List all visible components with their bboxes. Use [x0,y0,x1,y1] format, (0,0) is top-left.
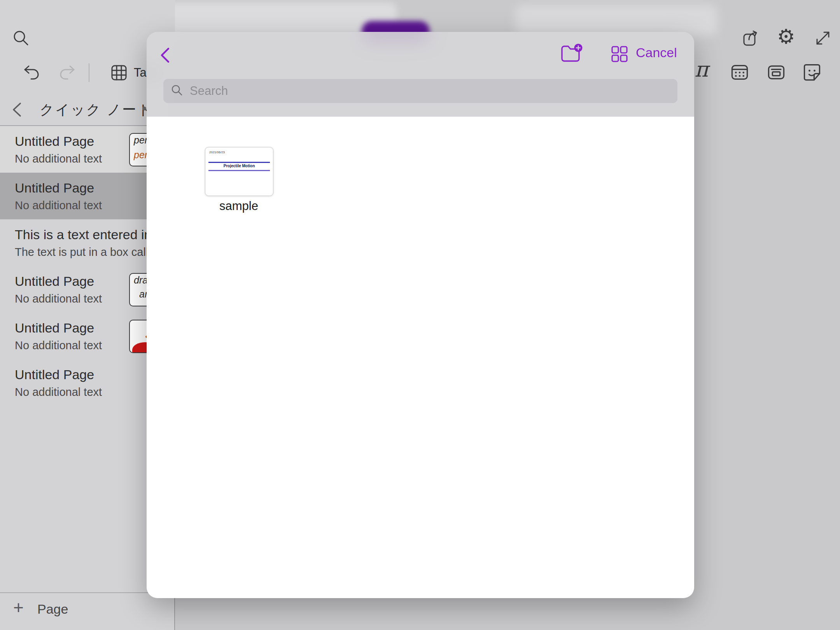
preview-rule [208,162,270,163]
page-title: This is a text entered in [15,227,152,242]
app-screen: Table ⚙ π クイック ノート [0,0,840,630]
search-button[interactable] [12,29,30,47]
page-title: Untitled Page [15,180,94,196]
expand-icon [814,29,832,47]
page-subtitle: No additional text [15,292,102,305]
redo-button[interactable] [58,63,76,82]
grid-view-button[interactable] [610,45,629,63]
undo-icon [23,63,41,82]
undo-button[interactable] [23,63,41,82]
back-chevron-icon [159,47,171,64]
cancel-button[interactable]: Cancel [636,45,677,60]
toolbar-divider [89,63,89,82]
page-subtitle: The text is put in a box called [15,246,161,259]
preview-title: Projectile Motion [205,164,273,168]
file-picker-content: 2021/06/23 Projectile Motion sample [147,117,694,598]
more-menu-icon[interactable] [142,107,146,110]
handwriting-text: dra [134,275,148,286]
page-title: Untitled Page [15,274,94,289]
add-page-button[interactable]: + Page [0,593,174,630]
file-name-label: sample [205,199,273,213]
share-button[interactable] [741,29,760,47]
sticker-icon [802,62,822,82]
file-item-sample[interactable]: 2021/06/23 Projectile Motion [205,147,273,196]
grid-view-icon [610,45,629,63]
new-folder-button[interactable] [560,43,583,65]
preview-date: 2021/06/23 [209,150,225,154]
page-title: Untitled Page [15,320,94,336]
sticker-button[interactable] [802,62,822,82]
expand-button[interactable] [814,29,832,47]
add-page-label: Page [37,602,68,617]
flashcard-icon [766,62,786,82]
flashcard-button[interactable] [766,62,786,82]
page-subtitle: No additional text [15,339,102,352]
back-chevron-icon [11,102,23,117]
notebook-title: クイック ノート [40,100,153,119]
add-folder-icon [560,43,583,65]
keypad-icon [730,62,750,82]
file-picker-header: Cancel [147,32,694,117]
background-tab [515,5,718,36]
page-subtitle: No additional text [15,152,102,165]
settings-button[interactable]: ⚙ [777,26,795,47]
pi-icon: π [695,57,709,82]
search-icon [170,84,184,98]
file-picker-modal: 2021/06/23 Projectile Motion sample [147,32,694,598]
gear-icon: ⚙ [777,25,795,48]
keypad-button[interactable] [730,62,750,82]
modal-back-button[interactable] [159,47,171,64]
page-title: Untitled Page [15,134,94,149]
redo-icon [58,63,76,82]
page-subtitle: No additional text [15,199,102,212]
share-icon [741,29,760,47]
table-icon [110,63,128,82]
preview-rule [208,170,270,171]
search-icon [12,29,30,47]
sidebar-footer: + Page [0,592,174,630]
search-input[interactable] [189,84,670,98]
search-field [163,79,677,103]
page-title: Untitled Page [15,367,94,382]
page-subtitle: No additional text [15,386,102,399]
plus-icon: + [13,598,24,616]
sidebar-back-button[interactable] [11,102,23,117]
math-button[interactable]: π [695,59,709,80]
